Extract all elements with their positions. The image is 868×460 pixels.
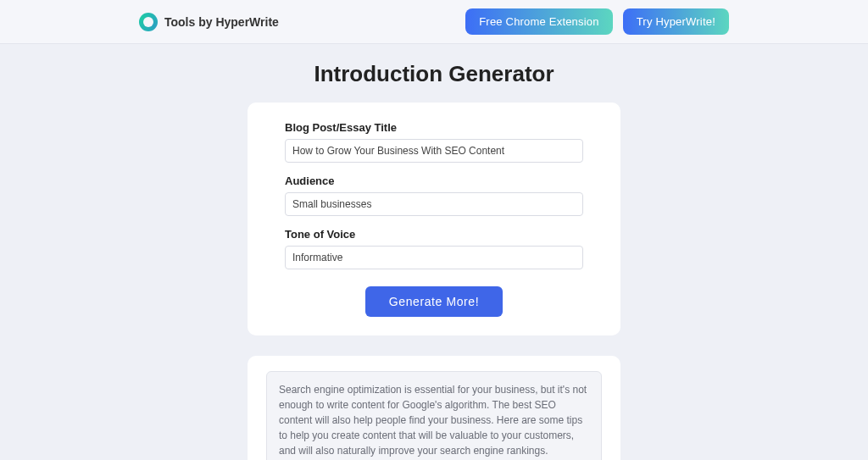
title-input[interactable] [285, 139, 583, 163]
results-card: Search engine optimization is essential … [248, 356, 620, 460]
chrome-extension-button[interactable]: Free Chrome Extension [465, 8, 612, 35]
generator-form-card: Blog Post/Essay Title Audience Tone of V… [248, 103, 620, 335]
try-hyperwrite-button[interactable]: Try HyperWrite! [623, 8, 729, 35]
logo-icon [139, 13, 158, 31]
tone-label: Tone of Voice [285, 228, 583, 241]
brand-text: Tools by HyperWrite [164, 15, 279, 29]
audience-label: Audience [285, 175, 583, 187]
title-label: Blog Post/Essay Title [285, 121, 583, 134]
result-item[interactable]: Search engine optimization is essential … [266, 371, 602, 460]
tone-input[interactable] [285, 246, 583, 269]
header: Tools by HyperWrite Free Chrome Extensio… [0, 0, 868, 44]
audience-input[interactable] [285, 192, 583, 216]
header-actions: Free Chrome Extension Try HyperWrite! [465, 8, 729, 35]
page-title: Introduction Generator [0, 61, 868, 87]
brand[interactable]: Tools by HyperWrite [139, 13, 279, 31]
generate-button[interactable]: Generate More! [365, 286, 503, 317]
